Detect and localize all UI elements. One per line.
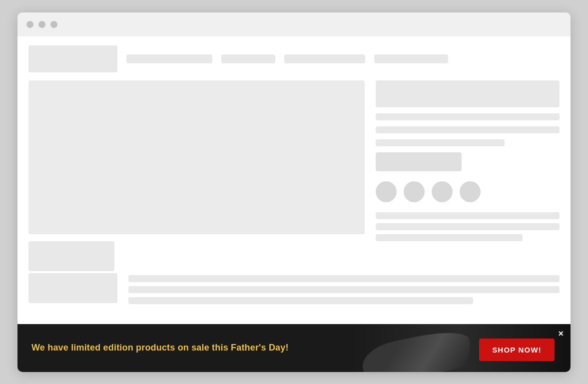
banner-close-button[interactable]: × [558,329,564,338]
product-title-skeleton [376,80,560,107]
price-skeleton [376,152,462,171]
right-column [376,80,560,271]
color-dot-1[interactable] [376,181,397,202]
desc-line-3 [376,139,505,146]
color-dot-2[interactable] [404,181,425,202]
traffic-light-green[interactable] [50,21,57,28]
logo-skeleton [28,45,117,72]
right-line-2 [376,223,560,230]
bottom-line-2 [128,286,560,293]
bottom-thumbnail-skeleton [28,273,117,303]
nav-item-2-skeleton [221,54,275,63]
bottom-line-1 [128,275,560,282]
promotional-banner: We have limited edition products on sale… [17,324,571,372]
nav-item-4-skeleton [374,54,448,63]
nav-skeleton-row [28,45,560,72]
shop-now-button[interactable]: SHOP NOW! [479,339,555,361]
color-dot-3[interactable] [432,181,453,202]
color-dot-4[interactable] [460,181,481,202]
thumbnail-row [28,241,365,271]
right-bottom-lines [376,212,560,241]
bottom-right-lines [128,273,560,304]
nav-item-1-skeleton [126,54,212,63]
color-dots-row [376,181,560,202]
browser-titlebar [17,12,571,36]
main-content [28,80,560,271]
browser-content: We have limited edition products on sale… [17,36,571,372]
nav-item-3-skeleton [284,54,365,63]
left-column [28,80,365,271]
traffic-light-red[interactable] [26,21,33,28]
bottom-section [28,273,560,304]
desc-line-1 [376,113,560,120]
right-line-3 [376,234,523,241]
banner-message: We have limited edition products on sale… [31,343,557,353]
desc-line-2 [376,126,560,133]
traffic-light-yellow[interactable] [38,21,45,28]
browser-window: We have limited edition products on sale… [17,12,571,372]
bottom-line-3 [128,297,473,304]
right-line-1 [376,212,560,219]
thumbnail-1-skeleton [28,241,114,271]
main-product-image-skeleton [28,80,365,234]
